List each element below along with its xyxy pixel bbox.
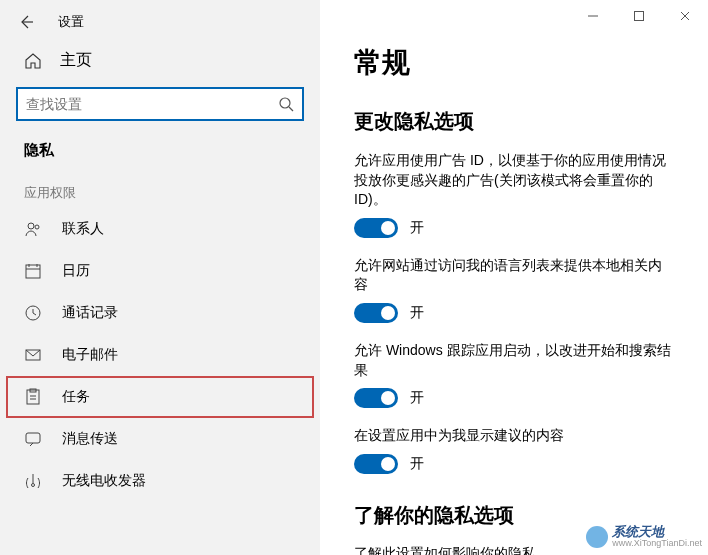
sidebar-item-radios[interactable]: 无线电收发器 <box>0 460 320 502</box>
calendar-icon <box>24 262 42 280</box>
sidebar-item-contacts[interactable]: 联系人 <box>0 208 320 250</box>
toggle-state: 开 <box>410 219 424 237</box>
toggle-state: 开 <box>410 455 424 473</box>
setting-desc: 允许网站通过访问我的语言列表来提供本地相关内容 <box>354 256 674 295</box>
svg-point-9 <box>32 484 35 487</box>
toggle-row: 开 <box>354 303 674 323</box>
sidebar-item-label: 电子邮件 <box>62 346 118 364</box>
maximize-button[interactable] <box>616 0 662 32</box>
sidebar-item-label: 无线电收发器 <box>62 472 146 490</box>
email-icon <box>24 346 42 364</box>
sidebar: 设置 主页 隐私 应用权限 联系人 日历 <box>0 0 320 555</box>
minimize-button[interactable] <box>570 0 616 32</box>
toggle-row: 开 <box>354 388 674 408</box>
search-icon <box>278 96 294 112</box>
tasks-icon <box>24 388 42 406</box>
window-controls <box>570 0 708 32</box>
setting-desc: 允许 Windows 跟踪应用启动，以改进开始和搜索结果 <box>354 341 674 380</box>
message-icon <box>24 430 42 448</box>
sidebar-item-calendar[interactable]: 日历 <box>0 250 320 292</box>
svg-rect-3 <box>26 265 40 278</box>
titlebar: 设置 <box>0 0 320 44</box>
minimize-icon <box>587 10 599 22</box>
sidebar-item-tasks[interactable]: 任务 <box>6 376 314 418</box>
toggle-row: 开 <box>354 218 674 238</box>
learn-desc: 了解此设置如何影响你的隐私。 <box>354 545 674 555</box>
toggle-language-list[interactable] <box>354 303 398 323</box>
toggle-state: 开 <box>410 389 424 407</box>
svg-rect-8 <box>26 433 40 443</box>
home-icon <box>24 52 42 70</box>
contacts-icon <box>24 220 42 238</box>
search-box[interactable] <box>16 87 304 121</box>
toggle-ad-id[interactable] <box>354 218 398 238</box>
sidebar-item-email[interactable]: 电子邮件 <box>0 334 320 376</box>
learn-heading: 了解你的隐私选项 <box>354 502 674 529</box>
home-label: 主页 <box>60 50 92 71</box>
back-button[interactable] <box>12 8 40 36</box>
home-nav[interactable]: 主页 <box>0 44 320 81</box>
sidebar-item-callhistory[interactable]: 通话记录 <box>0 292 320 334</box>
search-input[interactable] <box>26 96 278 112</box>
sidebar-item-label: 消息传送 <box>62 430 118 448</box>
setting-desc: 允许应用使用广告 ID，以便基于你的应用使用情况投放你更感兴趣的广告(关闭该模式… <box>354 151 674 210</box>
radio-icon <box>24 472 42 490</box>
category-label: 隐私 <box>0 137 320 166</box>
toggle-app-launch[interactable] <box>354 388 398 408</box>
svg-point-2 <box>35 225 39 229</box>
toggle-row: 开 <box>354 454 674 474</box>
arrow-left-icon <box>18 14 34 30</box>
close-button[interactable] <box>662 0 708 32</box>
main-content: 常规 更改隐私选项 允许应用使用广告 ID，以便基于你的应用使用情况投放你更感兴… <box>320 0 708 555</box>
maximize-icon <box>633 10 645 22</box>
svg-point-1 <box>28 223 34 229</box>
page-heading: 常规 <box>354 44 674 82</box>
close-icon <box>679 10 691 22</box>
sidebar-item-messaging[interactable]: 消息传送 <box>0 418 320 460</box>
sidebar-item-label: 日历 <box>62 262 90 280</box>
setting-desc: 在设置应用中为我显示建议的内容 <box>354 426 674 446</box>
sidebar-item-label: 任务 <box>62 388 90 406</box>
toggle-state: 开 <box>410 304 424 322</box>
svg-rect-10 <box>635 12 644 21</box>
window-title: 设置 <box>58 13 84 31</box>
history-icon <box>24 304 42 322</box>
section-heading: 更改隐私选项 <box>354 108 674 135</box>
sidebar-item-label: 联系人 <box>62 220 104 238</box>
svg-point-0 <box>280 98 290 108</box>
toggle-suggestions[interactable] <box>354 454 398 474</box>
section-label: 应用权限 <box>0 166 320 208</box>
sidebar-item-label: 通话记录 <box>62 304 118 322</box>
